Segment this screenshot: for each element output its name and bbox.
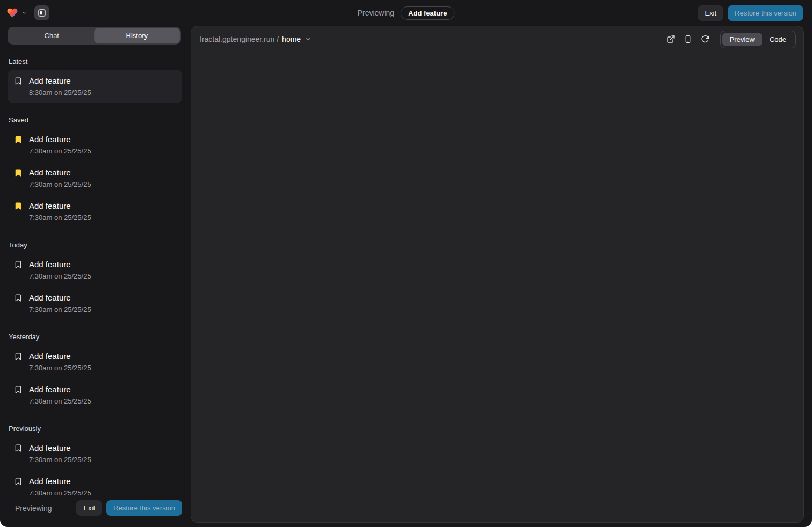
preview-panel: fractal.gptengineer.run / home [191,26,804,523]
exit-button[interactable]: Exit [698,5,723,21]
bookmark-icon [14,385,23,394]
panel-left-icon [38,9,46,17]
project-menu-chevron-icon[interactable] [21,10,27,16]
version-timestamp: 7:30am on 25/25/25 [29,180,91,189]
version-title: Add feature [29,200,91,212]
version-item-text: Add feature7:30am on 25/25/25 [29,384,91,406]
history-sidebar: Chat History LatestAdd feature8:30am on … [0,26,191,523]
version-item[interactable]: Add feature7:30am on 25/25/25 [8,378,182,412]
sidebar-toggle-button[interactable] [34,5,49,20]
version-item[interactable]: Add feature7:30am on 25/25/25 [8,128,182,162]
section-title: Saved [9,116,181,124]
preview-content [191,52,803,522]
version-item-text: Add feature7:30am on 25/25/25 [29,292,91,314]
lovable-heart-logo[interactable] [6,8,18,18]
refresh-preview-button[interactable] [698,32,713,47]
bookmark-icon [14,260,23,269]
version-item[interactable]: Add feature7:30am on 25/25/25 [8,437,182,470]
version-timestamp: 7:30am on 25/25/25 [29,363,91,373]
version-item-text: Add feature7:30am on 25/25/25 [29,442,91,465]
version-item[interactable]: Add feature7:30am on 25/25/25 [8,345,182,378]
topbar-actions: Exit Restore this version [698,5,803,21]
tab-chat[interactable]: Chat [9,28,95,43]
url-chevron-down-icon [305,36,311,42]
version-title: Add feature [29,384,91,396]
version-item-text: Add feature7:30am on 25/25/25 [29,350,91,373]
version-timestamp: 7:30am on 25/25/25 [29,272,91,281]
previewed-version-pill[interactable]: Add feature [401,6,454,20]
version-item[interactable]: Add feature7:30am on 25/25/25 [8,470,182,495]
section-title: Latest [9,57,181,65]
version-title: Add feature [29,350,91,362]
footer-restore-version-button[interactable]: Restore this version [106,500,182,516]
version-item[interactable]: Add feature7:30am on 25/25/25 [8,253,182,287]
version-timestamp: 7:30am on 25/25/25 [29,397,91,406]
external-link-icon [666,35,675,43]
version-timestamp: 8:30am on 25/25/25 [29,88,91,98]
bookmark-icon [14,77,23,85]
toggle-preview[interactable]: Preview [722,33,762,46]
footer-previewing-label: Previewing [15,504,52,513]
sidebar-tabs: Chat History [8,27,181,45]
bookmark-icon [14,294,23,302]
version-item[interactable]: Add feature7:30am on 25/25/25 [8,287,182,320]
preview-url-selector[interactable]: fractal.gptengineer.run / home [200,35,311,43]
footer-exit-button[interactable]: Exit [76,500,102,516]
version-item-text: Add feature7:30am on 25/25/25 [29,134,91,156]
smartphone-icon [684,35,692,43]
open-in-new-tab-button[interactable] [663,32,678,47]
toggle-code[interactable]: Code [762,33,794,46]
restore-version-button[interactable]: Restore this version [728,5,803,21]
bookmark-icon [14,352,23,361]
bookmark-icon [14,169,23,177]
version-timestamp: 7:30am on 25/25/25 [29,488,91,495]
version-title: Add feature [29,167,91,179]
previewing-label: Previewing [358,9,394,17]
topbar-left [6,5,49,20]
version-title: Add feature [29,75,91,87]
version-timestamp: 7:30am on 25/25/25 [29,305,91,314]
view-toggle: Preview Code [720,31,796,48]
body-row: Chat History LatestAdd feature8:30am on … [0,26,812,527]
section-title: Previously [9,424,181,433]
url-domain: fractal.gptengineer.run / [200,35,279,43]
section-title: Today [9,241,181,249]
version-title: Add feature [29,442,91,454]
version-timestamp: 7:30am on 25/25/25 [29,455,91,465]
url-current-page: home [282,35,301,43]
bookmark-icon [14,135,23,144]
preview-header: fractal.gptengineer.run / home [191,26,803,52]
version-timestamp: 7:30am on 25/25/25 [29,147,91,156]
preview-header-actions: Preview Code [663,31,796,48]
app-window: Previewing Add feature Exit Restore this… [0,0,812,527]
version-title: Add feature [29,475,91,487]
version-title: Add feature [29,292,91,304]
version-item-text: Add feature7:30am on 25/25/25 [29,259,91,281]
bookmark-icon [14,444,23,452]
version-item[interactable]: Add feature7:30am on 25/25/25 [8,195,182,228]
version-timestamp: 7:30am on 25/25/25 [29,213,91,223]
version-item-text: Add feature7:30am on 25/25/25 [29,475,91,495]
version-item-text: Add feature8:30am on 25/25/25 [29,75,91,98]
section-title: Yesterday [9,333,181,341]
version-title: Add feature [29,259,91,270]
version-item-text: Add feature7:30am on 25/25/25 [29,200,91,223]
sidebar-footer: Previewing Exit Restore this version [0,495,191,521]
version-title: Add feature [29,134,91,145]
topbar-preview-status: Previewing Add feature [358,0,455,26]
refresh-icon [701,35,709,43]
bookmark-icon [14,202,23,210]
mobile-view-button[interactable] [680,32,695,47]
bookmark-icon [14,477,23,486]
tab-history[interactable]: History [95,28,180,43]
topbar: Previewing Add feature Exit Restore this… [0,0,812,26]
version-item-text: Add feature7:30am on 25/25/25 [29,167,91,189]
version-item[interactable]: Add feature7:30am on 25/25/25 [8,162,182,195]
version-item[interactable]: Add feature8:30am on 25/25/25 [8,70,182,103]
history-list: LatestAdd feature8:30am on 25/25/25Saved… [0,45,191,495]
